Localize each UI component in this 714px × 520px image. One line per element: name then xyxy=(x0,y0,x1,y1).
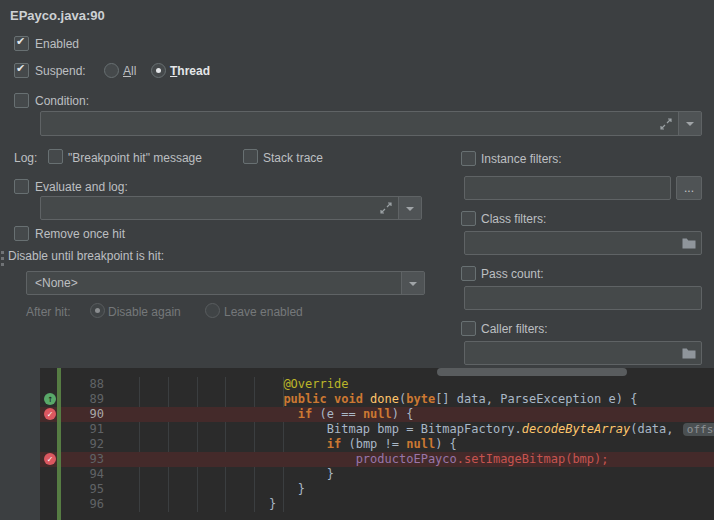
line-number: 94 xyxy=(62,467,104,482)
enabled-checkbox[interactable] xyxy=(14,36,29,51)
condition-input[interactable] xyxy=(40,111,702,136)
code-text: } xyxy=(110,467,334,482)
breakpoint-icon[interactable]: ✓ xyxy=(44,453,56,465)
condition-dropdown-arrow[interactable] xyxy=(678,112,701,135)
instance-filters-label[interactable]: Instance filters: xyxy=(481,152,562,166)
evaluate-and-log-label[interactable]: Evaluate and log: xyxy=(35,180,128,194)
folder-icon[interactable] xyxy=(682,347,696,359)
log-label: Log: xyxy=(14,151,37,165)
class-filters-input[interactable] xyxy=(464,231,702,255)
line-number: 90 xyxy=(62,407,104,422)
remove-once-hit-checkbox[interactable] xyxy=(14,226,29,241)
editor-line-94: 94 } xyxy=(0,467,714,482)
editor-line-96: 96 } xyxy=(0,497,714,512)
breakpoint-icon[interactable]: ✓ xyxy=(44,408,56,420)
vcs-change-marker xyxy=(57,368,61,520)
line-number: 91 xyxy=(62,422,104,437)
suspend-label[interactable]: Suspend: xyxy=(35,64,86,78)
condition-checkbox[interactable] xyxy=(14,93,29,108)
code-text: if (bmp != null) { xyxy=(110,437,457,452)
code-text: } xyxy=(110,482,305,497)
disable-until-label: Disable until breakpoint is hit: xyxy=(8,249,164,263)
leave-enabled-label: Leave enabled xyxy=(224,305,303,319)
editor-line-95: 95 } xyxy=(0,482,714,497)
instance-filters-input[interactable] xyxy=(464,176,671,200)
breakpoint-hit-message-label[interactable]: "Breakpoint hit" message xyxy=(68,151,202,165)
dialog-title: EPayco.java:90 xyxy=(10,8,105,23)
code-text: if (e == null) { xyxy=(110,407,413,422)
editor-line-92: 92 if (bmp != null) { xyxy=(0,437,714,452)
editor-line-93: 93✓ productoEPayco.setImageBitmap(bmp); xyxy=(0,452,714,467)
enabled-label[interactable]: Enabled xyxy=(35,37,79,51)
suspend-checkbox[interactable] xyxy=(14,63,29,78)
expand-icon[interactable] xyxy=(660,118,672,130)
evaluate-and-log-checkbox[interactable] xyxy=(14,179,29,194)
suspend-all-radio[interactable] xyxy=(104,63,119,78)
remove-once-hit-label[interactable]: Remove once hit xyxy=(35,227,125,241)
code-text: Bitmap bmp = BitmapFactory.decodeByteArr… xyxy=(110,422,714,437)
code-text: public void done(byte[] data, ParseExcep… xyxy=(110,392,637,407)
suspend-thread-label[interactable]: Thread xyxy=(170,64,210,78)
class-filters-checkbox[interactable] xyxy=(461,211,476,226)
code-text: } xyxy=(110,497,276,512)
instance-filters-checkbox[interactable] xyxy=(461,151,476,166)
editor-line-88: 88 @Override xyxy=(0,377,714,392)
evaluate-dropdown-arrow[interactable] xyxy=(398,197,421,219)
suspend-thread-radio[interactable] xyxy=(151,63,166,78)
disable-until-dropdown[interactable]: <None> xyxy=(26,271,425,295)
editor-line-91: 91 Bitmap bmp = BitmapFactory.decodeByte… xyxy=(0,422,714,437)
clipped-inline-hint xyxy=(437,368,627,376)
line-number: 89 xyxy=(62,392,104,407)
pass-count-checkbox[interactable] xyxy=(461,266,476,281)
disable-until-value: <None> xyxy=(35,276,78,290)
line-number: 93 xyxy=(62,452,104,467)
pass-count-label[interactable]: Pass count: xyxy=(481,267,544,281)
suspend-all-label[interactable]: All xyxy=(123,64,136,78)
line-number: 88 xyxy=(62,377,104,392)
caller-filters-label[interactable]: Caller filters: xyxy=(481,322,548,336)
class-filters-label[interactable]: Class filters: xyxy=(481,212,546,226)
caller-filters-input[interactable] xyxy=(464,341,702,365)
instance-filters-browse-button[interactable]: ... xyxy=(676,176,702,200)
pass-count-input[interactable] xyxy=(464,286,702,310)
after-hit-label: After hit: xyxy=(26,305,71,319)
breakpoint-settings-dialog: EPayco.java:90 Enabled Suspend: All Thre… xyxy=(0,0,714,520)
evaluate-and-log-input[interactable] xyxy=(40,196,422,220)
splitter-handle[interactable] xyxy=(1,251,7,266)
line-number: 92 xyxy=(62,437,104,452)
line-number: 95 xyxy=(62,482,104,497)
condition-label[interactable]: Condition: xyxy=(35,94,89,108)
code-editor-preview[interactable]: 88 @Override89↑ public void done(byte[] … xyxy=(0,368,714,520)
disable-until-dropdown-arrow[interactable] xyxy=(401,272,424,294)
line-number: 96 xyxy=(62,497,104,512)
leave-enabled-radio xyxy=(205,303,220,318)
breakpoint-hit-message-checkbox[interactable] xyxy=(48,149,63,164)
disable-again-label: Disable again xyxy=(108,305,181,319)
override-icon[interactable]: ↑ xyxy=(44,393,56,405)
editor-line-89: 89↑ public void done(byte[] data, ParseE… xyxy=(0,392,714,407)
disable-again-radio xyxy=(90,303,105,318)
folder-icon[interactable] xyxy=(682,237,696,249)
caller-filters-checkbox[interactable] xyxy=(461,321,476,336)
editor-gutter-margin xyxy=(0,368,40,520)
stack-trace-label[interactable]: Stack trace xyxy=(263,151,323,165)
code-text: productoEPayco.setImageBitmap(bmp); xyxy=(110,452,609,467)
expand-icon[interactable] xyxy=(380,202,392,214)
code-text: @Override xyxy=(110,377,348,392)
editor-line-90: 90✓ if (e == null) { xyxy=(0,407,714,422)
stack-trace-checkbox[interactable] xyxy=(243,149,258,164)
